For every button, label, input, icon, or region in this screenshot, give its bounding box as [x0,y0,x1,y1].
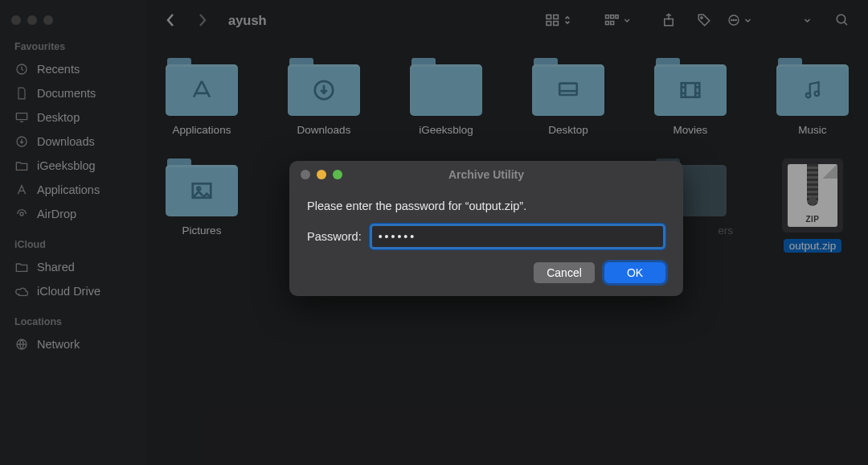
folder-movies[interactable]: Movies [648,58,733,136]
sidebar-item-label: Applications [37,183,100,196]
document-icon [14,86,29,101]
folder-label: Applications [173,124,231,136]
ok-button[interactable]: OK [604,262,665,283]
file-label: output.zip [784,239,842,253]
svg-point-27 [197,187,200,191]
toolbar: ayush [146,0,868,40]
folder-label: Desktop [548,124,588,136]
close-window-dot[interactable] [11,15,21,25]
folder-label: Pictures [182,224,222,237]
svg-rect-10 [611,15,614,19]
action-menu-button[interactable] [727,9,752,31]
zip-ext-label: ZIP [805,215,819,224]
share-button[interactable] [656,9,682,31]
svg-rect-7 [547,22,551,26]
folder-label: Music [798,124,826,136]
finder-window: Favourites Recents Documents Desktop Dow… [0,0,868,465]
svg-point-15 [701,17,702,19]
svg-rect-1 [16,113,27,120]
svg-rect-5 [547,15,551,19]
back-button[interactable] [159,9,182,31]
svg-rect-9 [606,15,609,19]
file-output-zip[interactable]: ZIP output.zip [770,158,855,253]
zip-file-icon: ZIP [788,164,837,227]
folder-applications[interactable]: Applications [159,58,244,136]
clock-icon [14,62,29,76]
sidebar-item-label: Downloads [37,135,95,148]
window-title: ayush [228,13,267,28]
sidebar-item-shared[interactable]: Shared [0,255,146,279]
tag-button[interactable] [691,9,717,31]
app-store-glyph-icon [166,64,238,116]
fullscreen-window-dot[interactable] [43,15,53,25]
sidebar-item-icloud-drive[interactable]: iCloud Drive [0,279,146,303]
password-label: Password: [307,230,362,243]
svg-point-24 [806,93,810,97]
folder-pictures[interactable]: Pictures [159,158,244,253]
svg-rect-8 [554,22,559,26]
svg-rect-11 [616,15,618,19]
search-button[interactable] [829,9,855,31]
password-input[interactable] [379,230,657,243]
svg-point-3 [20,212,23,216]
folder-label: Downloads [297,124,351,136]
svg-rect-23 [682,83,700,97]
sidebar-item-recents[interactable]: Recents [0,57,146,81]
sidebar-item-label: Shared [37,261,75,274]
password-field-wrapper [370,224,665,249]
sidebar-section-icloud: iCloud [0,236,146,255]
sidebar-item-label: iGeeksblog [37,159,96,172]
sidebar-section-favourites: Favourites [0,38,146,57]
cancel-button[interactable]: Cancel [534,262,595,283]
music-glyph-icon [776,64,849,116]
sidebar-item-label: iCloud Drive [37,285,100,298]
folder-downloads[interactable]: Downloads [281,58,366,136]
sidebar-item-label: Desktop [37,111,80,124]
svg-point-18 [733,19,734,20]
a-letter-icon [14,183,29,197]
archive-utility-dialog: Archive Utility Please enter the passwor… [289,161,683,296]
sidebar-item-label: Documents [37,87,96,100]
svg-point-17 [731,19,732,20]
svg-rect-22 [559,84,577,95]
svg-rect-13 [611,22,614,25]
folder-igeeksblog[interactable]: iGeeksblog [403,58,489,136]
forward-button[interactable] [191,9,214,31]
sidebar-item-label: Recents [37,63,80,76]
svg-point-20 [837,14,845,23]
folder-label: iGeeksblog [419,124,473,136]
sidebar-item-applications[interactable]: Applications [0,178,146,202]
download-circle-icon [14,134,29,149]
sidebar-item-label: AirDrop [37,208,76,220]
shared-folder-icon [14,260,29,274]
folder-desktop[interactable]: Desktop [526,58,611,136]
folder-label: Movies [674,124,708,136]
window-controls [0,6,146,38]
picture-glyph-icon [166,165,238,216]
dialog-message: Please enter the password for “output.zi… [307,200,665,212]
sidebar-item-airdrop[interactable]: AirDrop [0,202,146,226]
sidebar-item-desktop[interactable]: Desktop [0,105,146,130]
folder-icon [14,158,29,173]
cloud-icon [14,284,29,298]
desktop-icon [14,110,29,125]
sidebar-item-label: Network [37,338,80,351]
sidebar: Favourites Recents Documents Desktop Dow… [0,0,146,465]
airdrop-icon [14,207,29,221]
minimize-window-dot[interactable] [27,15,37,25]
group-by-button[interactable] [604,9,630,31]
svg-rect-12 [606,22,609,25]
sidebar-item-downloads[interactable]: Downloads [0,130,146,154]
film-glyph-icon [654,64,727,116]
svg-rect-6 [554,15,559,19]
overflow-button[interactable] [794,9,820,31]
svg-point-25 [815,92,819,96]
view-mode-button[interactable] [545,9,571,31]
globe-icon [14,337,29,352]
sidebar-item-igeeksblog[interactable]: iGeeksblog [0,154,146,178]
sidebar-item-documents[interactable]: Documents [0,81,146,105]
folder-music[interactable]: Music [770,58,855,136]
sidebar-item-network[interactable]: Network [0,332,146,356]
svg-point-19 [735,19,736,20]
desktop-glyph-icon [532,64,604,116]
